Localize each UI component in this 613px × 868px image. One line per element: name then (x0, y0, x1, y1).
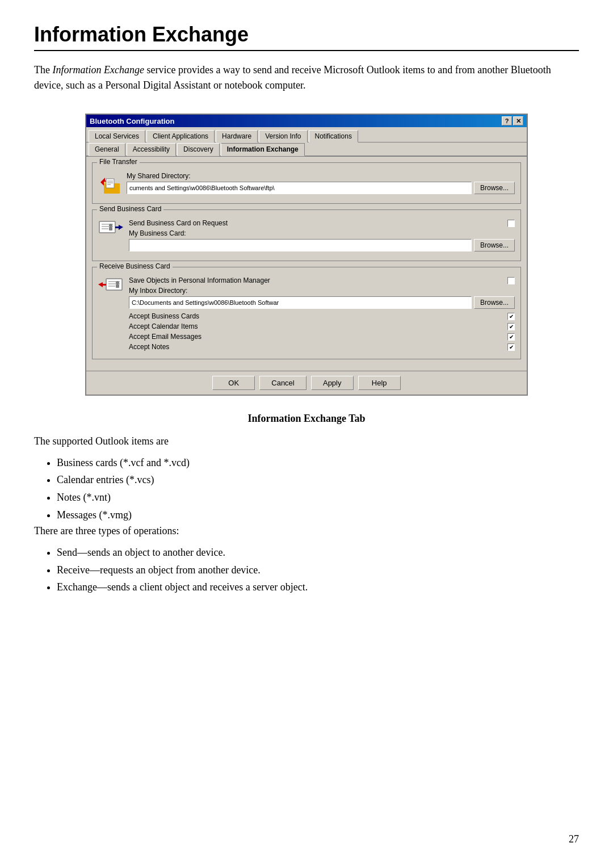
titlebar-buttons: ? ✕ (502, 116, 523, 125)
svg-marker-20 (98, 282, 106, 287)
svg-rect-7 (99, 221, 115, 233)
save-objects-label: Save Objects in Personal Information Man… (129, 276, 507, 284)
tabs-row-1: Local Services Client Applications Hardw… (86, 127, 527, 142)
operations-intro: There are three types of operations: (34, 523, 579, 539)
list-item: Business cards (*.vcf and *.vcd) (57, 454, 579, 472)
tab-information-exchange[interactable]: Information Exchange (221, 143, 305, 156)
accept-email-label: Accept Email Messages (129, 333, 507, 341)
file-transfer-browse-button[interactable]: Browse... (474, 182, 515, 194)
tab-client-applications[interactable]: Client Applications (146, 130, 215, 142)
help-titlebar-button[interactable]: ? (502, 116, 512, 125)
save-objects-checkbox[interactable] (507, 277, 515, 284)
svg-marker-13 (115, 225, 123, 230)
accept-calendar-row: Accept Calendar Items (129, 322, 515, 330)
close-titlebar-button[interactable]: ✕ (513, 116, 523, 125)
file-transfer-icon (98, 172, 121, 195)
inbox-dir-label: My Inbox Directory: (129, 287, 515, 295)
svg-rect-12 (109, 227, 112, 230)
inbox-dir-input[interactable] (129, 296, 472, 309)
list-item: Notes (*.vnt) (57, 489, 579, 506)
ok-button[interactable]: OK (212, 376, 255, 390)
tabs-row-2: General Accessibility Discovery Informat… (86, 142, 527, 157)
file-transfer-group: File Transfer (92, 162, 521, 204)
file-transfer-legend: File Transfer (97, 158, 140, 166)
accept-calendar-label: Accept Calendar Items (129, 322, 507, 330)
inbox-dir-row: Browse... (129, 296, 515, 309)
file-transfer-fields: My Shared Directory: Browse... (127, 172, 515, 198)
receive-business-card-group: Receive Business Card (92, 267, 521, 359)
receive-business-card-legend: Receive Business Card (97, 262, 173, 270)
page-title: Information Exchange (34, 23, 579, 51)
dialog-body: File Transfer (86, 157, 527, 371)
section-caption: Information Exchange Tab (34, 413, 579, 425)
tab-notifications[interactable]: Notifications (309, 130, 358, 142)
tab-general[interactable]: General (89, 143, 125, 156)
send-card-browse-button[interactable]: Browse... (474, 239, 515, 251)
send-on-request-row: Send Business Card on Request (129, 219, 515, 227)
accept-calendar-checkbox[interactable] (507, 323, 515, 330)
accept-email-checkbox[interactable] (507, 333, 515, 341)
send-on-request-checkbox[interactable] (507, 220, 515, 227)
accept-business-cards-checkbox[interactable] (507, 313, 515, 320)
bluetooth-config-dialog: Bluetooth Configuration ? ✕ Local Servic… (85, 114, 528, 396)
shared-dir-row: Browse... (127, 182, 515, 194)
accept-notes-row: Accept Notes (129, 343, 515, 351)
intro-paragraph: The Information Exchange service provide… (34, 62, 579, 93)
my-business-card-input[interactable] (129, 239, 472, 251)
list-item: Exchange—sends a client object and recei… (57, 578, 579, 596)
svg-rect-3 (106, 179, 114, 188)
svg-rect-14 (106, 279, 122, 290)
accept-email-row: Accept Email Messages (129, 333, 515, 341)
shared-dir-label: My Shared Directory: (127, 172, 515, 180)
send-card-icon (98, 219, 123, 240)
list-item: Calendar entries (*.vcs) (57, 471, 579, 489)
tab-discovery[interactable]: Discovery (177, 143, 220, 156)
tab-version-info[interactable]: Version Info (259, 130, 307, 142)
accept-business-cards-label: Accept Business Cards (129, 312, 507, 320)
dialog-titlebar: Bluetooth Configuration ? ✕ (86, 115, 527, 127)
accept-notes-checkbox[interactable] (507, 343, 515, 351)
list-item: Receive—requests an object from another … (57, 561, 579, 579)
list-item: Send—sends an object to another device. (57, 544, 579, 561)
svg-point-11 (109, 224, 112, 227)
tab-local-services[interactable]: Local Services (89, 130, 145, 142)
apply-button[interactable]: Apply (311, 376, 354, 390)
receive-card-fields: Save Objects in Personal Information Man… (129, 276, 515, 353)
tab-hardware[interactable]: Hardware (216, 130, 258, 142)
my-business-card-row: Browse... (129, 239, 515, 251)
tab-accessibility[interactable]: Accessibility (127, 143, 176, 156)
accept-notes-label: Accept Notes (129, 343, 507, 351)
my-business-card-label: My Business Card: (129, 229, 515, 237)
list-item: Messages (*.vmg) (57, 506, 579, 524)
accept-business-cards-row: Accept Business Cards (129, 312, 515, 320)
supported-intro: The supported Outlook items are (34, 434, 579, 450)
receive-browse-button[interactable]: Browse... (474, 296, 515, 309)
page-number: 27 (569, 833, 579, 845)
receive-card-icon (98, 276, 123, 297)
operations-list: Send—sends an object to another device. … (57, 544, 579, 596)
dialog-title: Bluetooth Configuration (90, 117, 174, 125)
send-business-card-group: Send Business Card (92, 209, 521, 261)
send-card-fields: Send Business Card on Request My Busines… (129, 219, 515, 255)
send-business-card-legend: Send Business Card (97, 205, 163, 213)
send-on-request-label: Send Business Card on Request (129, 219, 507, 227)
help-button[interactable]: Help (358, 376, 401, 390)
save-objects-row: Save Objects in Personal Information Man… (129, 276, 515, 284)
supported-items-list: Business cards (*.vcf and *.vcd) Calenda… (57, 454, 579, 523)
dialog-footer: OK Cancel Apply Help (86, 371, 527, 395)
svg-point-18 (116, 281, 119, 284)
svg-rect-19 (116, 284, 119, 288)
shared-dir-input[interactable] (127, 182, 472, 194)
cancel-button[interactable]: Cancel (259, 376, 306, 390)
